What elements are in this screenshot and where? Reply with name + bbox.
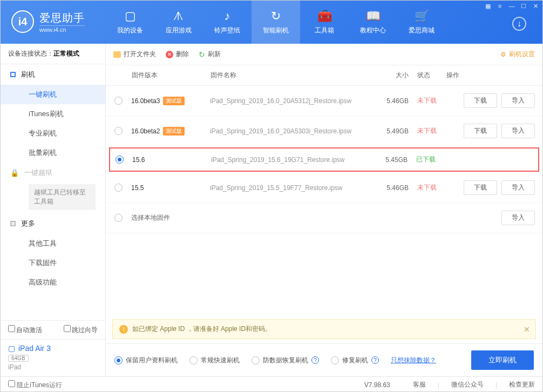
opt-repair[interactable]: 修复刷机? bbox=[331, 356, 379, 365]
col-size: 大小 bbox=[365, 71, 409, 80]
app-version: V7.98.63 bbox=[364, 381, 390, 389]
toolbox-icon: 🧰 bbox=[317, 9, 332, 23]
download-button[interactable]: 下载 bbox=[464, 93, 497, 108]
sidebar-group-flash[interactable]: 刷机 bbox=[1, 64, 105, 85]
radio-icon bbox=[252, 356, 260, 364]
table-row[interactable]: 16.0beta2测试版 iPad_Spring_2019_16.0_20A53… bbox=[106, 116, 542, 146]
sidebar-item-advanced[interactable]: 高级功能 bbox=[1, 273, 105, 292]
row-radio[interactable] bbox=[114, 184, 123, 192]
menu-icon[interactable]: ▦ bbox=[484, 2, 492, 10]
erase-link[interactable]: 只想抹除数据？ bbox=[391, 356, 436, 365]
sidebar-item-pro[interactable]: 专业刷机 bbox=[1, 124, 105, 143]
radio-icon bbox=[114, 356, 123, 364]
square-icon bbox=[10, 72, 16, 77]
col-ops: 操作 bbox=[446, 71, 535, 80]
auto-activate-checkbox[interactable]: 自动激活 bbox=[8, 325, 42, 335]
lock-icon: 🔒 bbox=[10, 169, 19, 177]
table-row[interactable]: 16.0beta3测试版 iPad_Spring_2019_16.0_20A53… bbox=[106, 86, 542, 116]
statusbar: 阻止iTunes运行 V7.98.63 客服| 微信公众号| 检查更新 bbox=[1, 376, 542, 392]
sidebar-item-oneclick[interactable]: 一键刷机 bbox=[1, 85, 105, 104]
download-button[interactable]: ↓ bbox=[512, 17, 526, 31]
download-button[interactable]: 下载 bbox=[464, 180, 497, 195]
nav-store[interactable]: 🛒爱思商城 bbox=[397, 1, 446, 44]
list-icon[interactable]: ≡ bbox=[496, 2, 504, 10]
import-button[interactable]: 导入 bbox=[501, 180, 535, 195]
import-button[interactable]: 导入 bbox=[501, 93, 535, 108]
flash-options: 保留用户资料刷机 常规快速刷机 防数据恢复刷机? 修复刷机? 只想抹除数据？ 立… bbox=[106, 343, 542, 376]
radio-icon bbox=[189, 356, 198, 364]
col-version: 固件版本 bbox=[132, 71, 211, 80]
close-icon[interactable]: ✕ bbox=[532, 2, 539, 10]
delete-button[interactable]: ✕删除 bbox=[166, 50, 189, 59]
table-row-selected[interactable]: 15.6 iPad_Spring_2019_15.6_19G71_Restore… bbox=[109, 147, 539, 172]
wechat-link[interactable]: 微信公众号 bbox=[451, 380, 484, 389]
notice-bar: ! 如已绑定 Apple ID ，请准备好 Apple ID和密码。 ✕ bbox=[112, 319, 536, 339]
logo: i4 爱思助手 www.i4.cn bbox=[11, 10, 85, 33]
close-notice-button[interactable]: ✕ bbox=[524, 325, 530, 334]
table-row-local[interactable]: 选择本地固件 导入 bbox=[106, 203, 542, 233]
skip-guide-checkbox[interactable]: 跳过向导 bbox=[64, 325, 98, 335]
main-nav: ▢我的设备 ⩚应用游戏 ♪铃声壁纸 ↻智能刷机 🧰工具箱 📖教程中心 🛒爱思商城 bbox=[106, 1, 446, 44]
storage-badge: 64GB bbox=[8, 355, 29, 362]
warning-icon: ! bbox=[119, 325, 128, 334]
col-status: 状态 bbox=[409, 71, 446, 80]
refresh-button[interactable]: ↻刷新 bbox=[199, 50, 221, 59]
help-icon[interactable]: ? bbox=[371, 356, 379, 364]
sidebar: 设备连接状态：正常模式 刷机 一键刷机 iTunes刷机 专业刷机 批量刷机 🔒… bbox=[1, 44, 106, 376]
tablet-icon: ▢ bbox=[8, 344, 15, 353]
device-icon: ▢ bbox=[125, 9, 136, 23]
nav-tutorials[interactable]: 📖教程中心 bbox=[349, 1, 397, 44]
flash-now-button[interactable]: 立即刷机 bbox=[471, 350, 534, 370]
nav-ringtones[interactable]: ♪铃声壁纸 bbox=[203, 1, 252, 44]
folder-icon bbox=[113, 51, 121, 58]
sidebar-item-other[interactable]: 其他工具 bbox=[1, 234, 105, 253]
row-radio[interactable] bbox=[114, 214, 123, 222]
table-row[interactable]: 15.5 iPad_Spring_2019_15.5_19F77_Restore… bbox=[106, 173, 542, 203]
logo-icon: i4 bbox=[11, 10, 34, 33]
sidebar-item-download[interactable]: 下载固件 bbox=[1, 253, 105, 273]
apps-icon: ⩚ bbox=[173, 9, 185, 23]
maximize-icon[interactable]: ☐ bbox=[520, 2, 527, 10]
toolbar: 打开文件夹 ✕删除 ↻刷新 ⚙刷机设置 bbox=[106, 44, 542, 65]
radio-icon bbox=[331, 356, 339, 364]
refresh-icon: ↻ bbox=[271, 9, 281, 23]
sidebar-item-batch[interactable]: 批量刷机 bbox=[1, 143, 105, 163]
download-button[interactable]: 下载 bbox=[464, 124, 497, 138]
opt-anti-recovery[interactable]: 防数据恢复刷机? bbox=[252, 356, 319, 365]
app-url: www.i4.cn bbox=[39, 25, 85, 33]
row-radio[interactable] bbox=[116, 156, 124, 164]
sidebar-item-itunes[interactable]: iTunes刷机 bbox=[1, 104, 105, 124]
row-radio[interactable] bbox=[114, 97, 123, 105]
activate-row: 自动激活 跳过向导 bbox=[1, 321, 105, 339]
jailbreak-note: 越狱工具已转移至工具箱 bbox=[29, 184, 96, 210]
nav-apps[interactable]: ⩚应用游戏 bbox=[154, 1, 203, 44]
table-header: 固件版本 固件名称 大小 状态 操作 bbox=[106, 65, 542, 86]
opt-keep-data[interactable]: 保留用户资料刷机 bbox=[114, 356, 178, 365]
cart-icon: 🛒 bbox=[415, 9, 429, 23]
nav-toolbox[interactable]: 🧰工具箱 bbox=[300, 1, 349, 44]
connection-status: 设备连接状态：正常模式 bbox=[1, 44, 105, 64]
refresh-icon: ↻ bbox=[199, 50, 205, 59]
device-info[interactable]: ▢iPad Air 3 64GB iPad bbox=[1, 339, 105, 376]
download-icon: ↓ bbox=[517, 19, 521, 29]
flash-settings-button[interactable]: ⚙刷机设置 bbox=[500, 50, 535, 59]
beta-badge: 测试版 bbox=[163, 97, 185, 105]
col-name: 固件名称 bbox=[211, 71, 365, 80]
opt-normal[interactable]: 常规快速刷机 bbox=[189, 356, 240, 365]
import-button[interactable]: 导入 bbox=[501, 124, 535, 138]
sidebar-group-jailbreak: 🔒一键越狱 bbox=[1, 163, 105, 183]
check-update-link[interactable]: 检查更新 bbox=[509, 380, 535, 389]
music-icon: ♪ bbox=[225, 9, 230, 23]
nav-flash[interactable]: ↻智能刷机 bbox=[252, 1, 300, 44]
row-radio[interactable] bbox=[114, 127, 123, 135]
help-icon[interactable]: ? bbox=[311, 356, 319, 364]
import-button[interactable]: 导入 bbox=[501, 211, 535, 225]
minimize-icon[interactable]: — bbox=[508, 2, 515, 10]
open-folder-button[interactable]: 打开文件夹 bbox=[113, 50, 156, 59]
nav-my-device[interactable]: ▢我的设备 bbox=[106, 1, 154, 44]
book-icon: 📖 bbox=[366, 9, 381, 23]
firmware-rows: 16.0beta3测试版 iPad_Spring_2019_16.0_20A53… bbox=[106, 86, 542, 233]
block-itunes-checkbox[interactable]: 阻止iTunes运行 bbox=[8, 380, 62, 390]
sidebar-group-more[interactable]: 更多 bbox=[1, 213, 105, 234]
service-link[interactable]: 客服 bbox=[413, 380, 426, 389]
